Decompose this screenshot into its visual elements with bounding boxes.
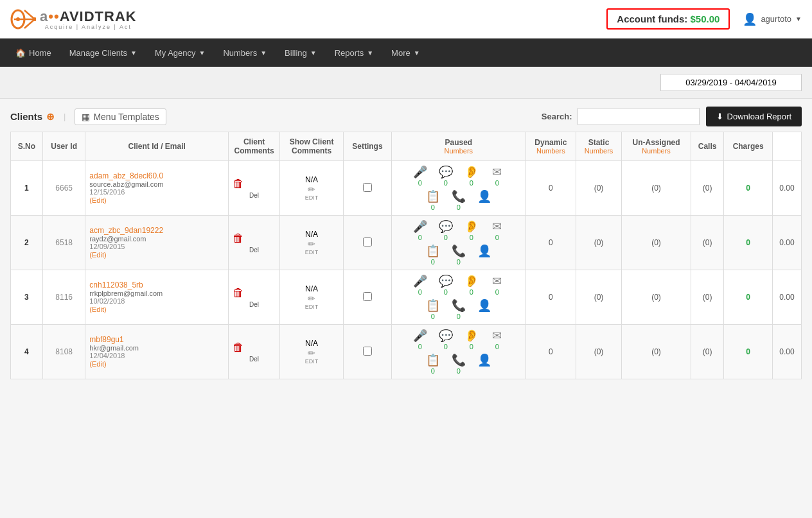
user-name: agurtoto xyxy=(761,14,791,24)
edit-link[interactable]: (Edit) xyxy=(89,196,106,204)
mic-count: 0 xyxy=(418,234,422,241)
setting-chat: 💬 0 xyxy=(434,165,457,187)
show-comments-checkbox[interactable] xyxy=(363,347,372,356)
search-area: Search: xyxy=(542,108,700,125)
setting-id: 📋 0 xyxy=(421,353,445,375)
setting-id: 📋 0 xyxy=(421,189,445,211)
col-paused-numbers: Paused Numbers xyxy=(391,132,525,161)
edit-icon[interactable]: ✏ xyxy=(308,293,315,304)
cell-sno: 3 xyxy=(11,270,43,325)
cell-dynamic: (0) xyxy=(576,270,621,325)
main-content: Clients ⊕ | ▦ Menu Templates Search: ⬇ D… xyxy=(0,99,812,387)
edit-link[interactable]: (Edit) xyxy=(89,306,106,313)
cell-paused: 0 xyxy=(525,325,576,379)
nav-more-label: More xyxy=(391,48,410,58)
setting-phone: 📞 0 xyxy=(447,244,470,266)
nav-reports[interactable]: Reports ▼ xyxy=(326,40,382,65)
table-header-bar: Clients ⊕ | ▦ Menu Templates Search: ⬇ D… xyxy=(10,107,802,126)
cell-del-edit: 🗑 Del xyxy=(229,161,280,216)
nav-manage-clients[interactable]: Manage Clients ▼ xyxy=(60,40,146,65)
col-client-comments: Client Comments xyxy=(229,132,280,161)
ear-count: 0 xyxy=(470,343,473,350)
cell-dynamic: (0) xyxy=(576,161,621,216)
cell-show-comments xyxy=(344,216,392,270)
email-count: 0 xyxy=(495,288,499,296)
col-user-id: User Id xyxy=(42,132,85,161)
setting-person: 👤 xyxy=(473,244,496,266)
setting-mic: 🎤 0 xyxy=(409,329,432,350)
edit-link[interactable]: (Edit) xyxy=(89,360,106,368)
client-email: raydz@gmail.com xyxy=(89,235,224,243)
cell-unassigned: (0) xyxy=(691,161,724,216)
table-row: 2 6518 acm_zbc_9dan19222 raydz@gmail.com… xyxy=(11,216,802,270)
chat-icon: 💬 xyxy=(439,329,453,343)
phone-icon: 📞 xyxy=(452,244,466,258)
table-row: 1 6665 adam_abz_8decl60.0 source.abz@gma… xyxy=(11,161,802,216)
phone-icon: 📞 xyxy=(452,298,466,313)
cell-comments: N/A ✏ EDIT xyxy=(280,325,344,379)
edit-icon[interactable]: ✏ xyxy=(308,239,315,249)
setting-ear: 👂 0 xyxy=(460,329,483,350)
setting-ear: 👂 0 xyxy=(460,274,483,296)
nav-billing[interactable]: Billing ▼ xyxy=(276,40,326,65)
account-funds-amount: $50.00 xyxy=(691,13,720,24)
del-label: Del xyxy=(249,356,259,363)
search-input[interactable] xyxy=(578,108,700,125)
nav-manage-clients-label: Manage Clients xyxy=(69,48,127,58)
edit-label: EDIT xyxy=(284,304,339,310)
client-name-link[interactable]: cnh112038_5rb xyxy=(89,281,224,289)
logo-text: a••AVIDTRAK Acquire | Analyze | Act xyxy=(40,8,137,30)
cell-static: (0) xyxy=(622,161,691,216)
id-icon: 📋 xyxy=(426,298,440,313)
client-name-link[interactable]: adam_abz_8decl60.0 xyxy=(89,171,224,180)
cell-static: (0) xyxy=(622,325,691,379)
nav-numbers[interactable]: Numbers ▼ xyxy=(214,40,276,65)
nav-more[interactable]: More ▼ xyxy=(382,40,429,65)
delete-button[interactable]: 🗑 xyxy=(233,177,244,191)
delete-button[interactable]: 🗑 xyxy=(233,232,244,245)
add-client-icon[interactable]: ⊕ xyxy=(46,111,55,123)
setting-phone: 📞 0 xyxy=(447,353,470,375)
email-count: 0 xyxy=(495,179,499,187)
client-name-link[interactable]: mbf89gu1 xyxy=(89,335,224,344)
download-report-button[interactable]: ⬇ Download Report xyxy=(706,107,802,126)
cell-settings: 🎤 0 💬 0 👂 0 ✉ 0 📋 0 xyxy=(391,216,525,270)
show-comments-checkbox[interactable] xyxy=(363,183,372,192)
edit-label: EDIT xyxy=(284,358,339,365)
comments-value: N/A xyxy=(305,175,318,184)
edit-link[interactable]: (Edit) xyxy=(89,251,106,259)
user-area[interactable]: 👤 agurtoto ▼ xyxy=(743,12,802,26)
logo-sub: Acquire | Analyze | Act xyxy=(40,24,137,30)
email-icon: ✉ xyxy=(492,165,502,179)
mic-icon: 🎤 xyxy=(413,165,427,179)
setting-person: 👤 xyxy=(473,353,496,375)
date-range-input[interactable] xyxy=(660,74,802,91)
svg-line-3 xyxy=(24,19,35,28)
cell-static: (0) xyxy=(622,270,691,325)
cell-charges: 0.00 xyxy=(772,325,801,379)
ear-icon: 👂 xyxy=(464,329,479,343)
client-date: 12/04/2018 xyxy=(89,352,224,359)
delete-button[interactable]: 🗑 xyxy=(233,341,244,354)
setting-phone: 📞 0 xyxy=(447,189,470,211)
menu-templates-button[interactable]: ▦ Menu Templates xyxy=(75,108,166,125)
nav-my-agency[interactable]: My Agency ▼ xyxy=(146,40,215,65)
setting-mic: 🎤 0 xyxy=(409,165,432,187)
client-name-link[interactable]: acm_zbc_9dan19222 xyxy=(89,226,224,235)
mic-icon: 🎤 xyxy=(413,274,427,288)
user-dropdown-caret[interactable]: ▼ xyxy=(795,15,802,22)
edit-icon[interactable]: ✏ xyxy=(308,184,315,194)
table-row: 3 8116 cnh112038_5rb rrkplpbrem@gmail.co… xyxy=(11,270,802,325)
cell-charges: 0.00 xyxy=(772,216,801,270)
show-comments-checkbox[interactable] xyxy=(363,237,372,246)
col-static-numbers: Static Numbers xyxy=(576,132,621,161)
delete-button[interactable]: 🗑 xyxy=(233,286,244,300)
show-comments-checkbox[interactable] xyxy=(363,292,372,301)
col-show-client-comments: Show Client Comments xyxy=(280,132,344,161)
table-header-row: S.No User Id Client Id / Email Client Co… xyxy=(11,132,802,161)
client-date: 12/15/2016 xyxy=(89,188,224,196)
account-funds-label: Account funds: xyxy=(617,13,687,24)
nav-home[interactable]: 🏠 Home xyxy=(6,40,60,65)
cell-settings: 🎤 0 💬 0 👂 0 ✉ 0 📋 0 xyxy=(391,161,525,216)
edit-icon[interactable]: ✏ xyxy=(308,348,315,358)
